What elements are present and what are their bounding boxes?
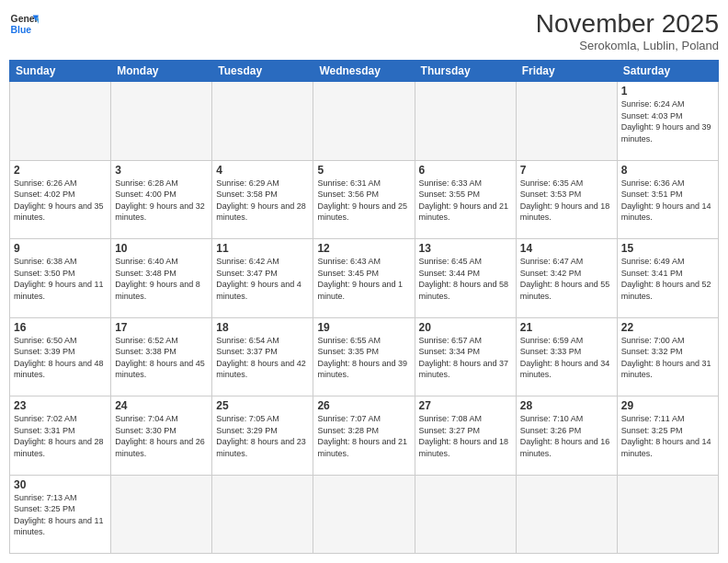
day-info: Sunrise: 6:45 AM Sunset: 3:44 PM Dayligh… <box>419 256 512 302</box>
header-monday: Monday <box>111 61 212 82</box>
day-number: 8 <box>621 164 714 177</box>
day-info: Sunrise: 6:38 AM Sunset: 3:50 PM Dayligh… <box>14 256 107 302</box>
day-number: 5 <box>317 164 410 177</box>
table-row: 10Sunrise: 6:40 AM Sunset: 3:48 PM Dayli… <box>111 239 212 318</box>
calendar-week-row: 1Sunrise: 6:24 AM Sunset: 4:03 PM Daylig… <box>10 82 719 161</box>
table-row: 13Sunrise: 6:45 AM Sunset: 3:44 PM Dayli… <box>415 239 516 318</box>
logo: General Blue <box>9 9 39 39</box>
table-row <box>10 82 111 161</box>
table-row: 27Sunrise: 7:08 AM Sunset: 3:27 PM Dayli… <box>415 396 516 476</box>
table-row <box>313 82 415 161</box>
day-info: Sunrise: 6:54 AM Sunset: 3:37 PM Dayligh… <box>216 335 309 381</box>
calendar-week-row: 16Sunrise: 6:50 AM Sunset: 3:39 PM Dayli… <box>10 317 719 396</box>
day-info: Sunrise: 6:52 AM Sunset: 3:38 PM Dayligh… <box>115 335 208 381</box>
day-number: 23 <box>14 399 107 412</box>
day-number: 3 <box>115 164 208 177</box>
table-row: 9Sunrise: 6:38 AM Sunset: 3:50 PM Daylig… <box>10 239 111 318</box>
table-row: 18Sunrise: 6:54 AM Sunset: 3:37 PM Dayli… <box>212 317 313 396</box>
day-info: Sunrise: 7:11 AM Sunset: 3:25 PM Dayligh… <box>621 413 714 459</box>
day-info: Sunrise: 6:59 AM Sunset: 3:33 PM Dayligh… <box>520 335 613 381</box>
calendar-week-row: 30Sunrise: 7:13 AM Sunset: 3:25 PM Dayli… <box>10 475 719 554</box>
day-number: 26 <box>317 399 410 412</box>
day-number: 2 <box>14 164 107 177</box>
table-row: 6Sunrise: 6:33 AM Sunset: 3:55 PM Daylig… <box>415 160 516 239</box>
header-wednesday: Wednesday <box>313 61 415 82</box>
location: Serokomla, Lublin, Poland <box>536 39 719 52</box>
table-row <box>111 82 212 161</box>
table-row: 20Sunrise: 6:57 AM Sunset: 3:34 PM Dayli… <box>415 317 516 396</box>
table-row <box>617 475 718 554</box>
day-number: 20 <box>419 321 512 334</box>
day-info: Sunrise: 6:42 AM Sunset: 3:47 PM Dayligh… <box>216 256 309 302</box>
table-row <box>212 82 313 161</box>
table-row <box>415 82 516 161</box>
day-info: Sunrise: 6:33 AM Sunset: 3:55 PM Dayligh… <box>419 178 512 224</box>
day-number: 7 <box>520 164 613 177</box>
table-row: 23Sunrise: 7:02 AM Sunset: 3:31 PM Dayli… <box>10 396 111 476</box>
day-number: 21 <box>520 321 613 334</box>
header-tuesday: Tuesday <box>212 61 313 82</box>
day-info: Sunrise: 6:29 AM Sunset: 3:58 PM Dayligh… <box>216 178 309 224</box>
day-info: Sunrise: 6:49 AM Sunset: 3:41 PM Dayligh… <box>621 256 714 302</box>
day-info: Sunrise: 6:47 AM Sunset: 3:42 PM Dayligh… <box>520 256 613 302</box>
table-row: 21Sunrise: 6:59 AM Sunset: 3:33 PM Dayli… <box>516 317 617 396</box>
table-row: 5Sunrise: 6:31 AM Sunset: 3:56 PM Daylig… <box>313 160 415 239</box>
day-number: 29 <box>621 399 714 412</box>
day-number: 11 <box>216 242 309 255</box>
table-row: 7Sunrise: 6:35 AM Sunset: 3:53 PM Daylig… <box>516 160 617 239</box>
day-info: Sunrise: 6:50 AM Sunset: 3:39 PM Dayligh… <box>14 335 107 381</box>
day-info: Sunrise: 7:08 AM Sunset: 3:27 PM Dayligh… <box>419 413 512 459</box>
header-sunday: Sunday <box>10 61 111 82</box>
day-number: 10 <box>115 242 208 255</box>
table-row: 22Sunrise: 7:00 AM Sunset: 3:32 PM Dayli… <box>617 317 718 396</box>
day-number: 13 <box>419 242 512 255</box>
day-number: 28 <box>520 399 613 412</box>
header: General Blue November 2025 Serokomla, Lu… <box>9 9 719 52</box>
day-info: Sunrise: 6:28 AM Sunset: 4:00 PM Dayligh… <box>115 178 208 224</box>
table-row <box>212 475 313 554</box>
table-row: 15Sunrise: 6:49 AM Sunset: 3:41 PM Dayli… <box>617 239 718 318</box>
day-number: 1 <box>621 85 714 98</box>
day-number: 22 <box>621 321 714 334</box>
table-row <box>111 475 212 554</box>
day-number: 17 <box>115 321 208 334</box>
table-row <box>516 475 617 554</box>
table-row: 4Sunrise: 6:29 AM Sunset: 3:58 PM Daylig… <box>212 160 313 239</box>
logo-icon: General Blue <box>9 9 39 39</box>
day-info: Sunrise: 7:13 AM Sunset: 3:25 PM Dayligh… <box>14 492 107 538</box>
table-row: 24Sunrise: 7:04 AM Sunset: 3:30 PM Dayli… <box>111 396 212 476</box>
table-row: 30Sunrise: 7:13 AM Sunset: 3:25 PM Dayli… <box>10 475 111 554</box>
day-number: 27 <box>419 399 512 412</box>
day-info: Sunrise: 6:24 AM Sunset: 4:03 PM Dayligh… <box>621 98 714 144</box>
day-number: 25 <box>216 399 309 412</box>
day-info: Sunrise: 6:35 AM Sunset: 3:53 PM Dayligh… <box>520 178 613 224</box>
table-row: 14Sunrise: 6:47 AM Sunset: 3:42 PM Dayli… <box>516 239 617 318</box>
day-info: Sunrise: 6:31 AM Sunset: 3:56 PM Dayligh… <box>317 178 410 224</box>
day-number: 12 <box>317 242 410 255</box>
day-number: 6 <box>419 164 512 177</box>
month-title: November 2025 <box>536 9 719 39</box>
day-number: 24 <box>115 399 208 412</box>
day-number: 9 <box>14 242 107 255</box>
header-thursday: Thursday <box>415 61 516 82</box>
day-info: Sunrise: 6:43 AM Sunset: 3:45 PM Dayligh… <box>317 256 410 302</box>
page: General Blue November 2025 Serokomla, Lu… <box>0 0 728 563</box>
day-number: 14 <box>520 242 613 255</box>
table-row: 2Sunrise: 6:26 AM Sunset: 4:02 PM Daylig… <box>10 160 111 239</box>
day-info: Sunrise: 6:55 AM Sunset: 3:35 PM Dayligh… <box>317 335 410 381</box>
table-row: 1Sunrise: 6:24 AM Sunset: 4:03 PM Daylig… <box>617 82 718 161</box>
svg-text:Blue: Blue <box>11 25 32 35</box>
day-number: 4 <box>216 164 309 177</box>
table-row: 3Sunrise: 6:28 AM Sunset: 4:00 PM Daylig… <box>111 160 212 239</box>
header-saturday: Saturday <box>617 61 718 82</box>
table-row: 25Sunrise: 7:05 AM Sunset: 3:29 PM Dayli… <box>212 396 313 476</box>
calendar-header-row: Sunday Monday Tuesday Wednesday Thursday… <box>10 61 719 82</box>
day-info: Sunrise: 6:57 AM Sunset: 3:34 PM Dayligh… <box>419 335 512 381</box>
day-number: 30 <box>14 478 107 491</box>
day-info: Sunrise: 7:02 AM Sunset: 3:31 PM Dayligh… <box>14 413 107 459</box>
table-row: 29Sunrise: 7:11 AM Sunset: 3:25 PM Dayli… <box>617 396 718 476</box>
day-number: 15 <box>621 242 714 255</box>
table-row: 17Sunrise: 6:52 AM Sunset: 3:38 PM Dayli… <box>111 317 212 396</box>
day-info: Sunrise: 6:26 AM Sunset: 4:02 PM Dayligh… <box>14 178 107 224</box>
day-info: Sunrise: 7:07 AM Sunset: 3:28 PM Dayligh… <box>317 413 410 459</box>
